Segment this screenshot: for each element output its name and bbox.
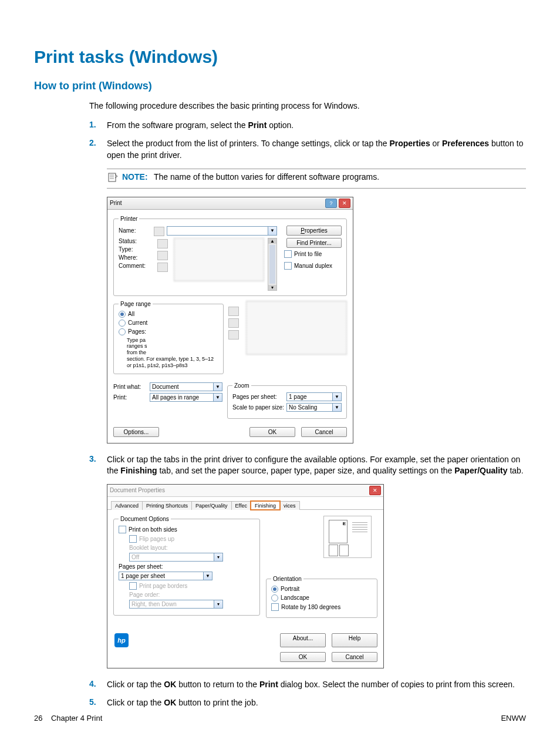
zoom-legend: Zoom bbox=[232, 382, 251, 389]
print-page-borders-label: Print page borders bbox=[139, 583, 187, 589]
hint-text: section. For example, type 1, 3, 5–12 bbox=[127, 356, 218, 362]
current-radio[interactable] bbox=[119, 320, 126, 327]
scroll-down-icon[interactable]: ▾ bbox=[268, 285, 276, 290]
footer-right: ENWW bbox=[501, 714, 526, 723]
ok-button[interactable]: OK bbox=[249, 427, 295, 437]
options-button[interactable]: Options... bbox=[113, 427, 159, 437]
pages-per-sheet-dropdown[interactable]: 1 page ▼ bbox=[286, 392, 342, 401]
page-title: Print tasks (Windows) bbox=[34, 47, 526, 67]
text: Click or tap the bbox=[107, 698, 164, 707]
text-bold: Properties bbox=[389, 139, 430, 148]
tab-advanced[interactable]: Advanced bbox=[111, 501, 143, 510]
properties-button[interactable]: PPropertiesroperties bbox=[286, 226, 342, 236]
scrollbar[interactable]: ▲ ▾ bbox=[268, 238, 277, 291]
note-text: The name of the button varies for differ… bbox=[154, 172, 379, 182]
text: tab. bbox=[508, 466, 524, 475]
landscape-radio[interactable] bbox=[271, 594, 278, 601]
booklet-layout-label: Booklet layout: bbox=[129, 545, 168, 551]
about-button[interactable]: About... bbox=[280, 633, 326, 647]
text-bold: Finishing bbox=[120, 466, 157, 475]
scale-to-paper-dropdown[interactable]: No Scaling ▼ bbox=[286, 403, 342, 412]
print-to-file-label: Print to file bbox=[294, 251, 322, 257]
chevron-down-icon[interactable]: ▼ bbox=[203, 572, 212, 580]
help-button[interactable]: Help bbox=[332, 633, 377, 647]
tab-paper-quality[interactable]: Paper/Quality bbox=[191, 501, 232, 510]
step-number: 3. bbox=[89, 454, 107, 463]
step-5: 5. Click or tap the OK button to print t… bbox=[34, 697, 526, 709]
chevron-down-icon: ▾ bbox=[214, 553, 223, 562]
print-dialog: Print ? ✕ Printer Name: bbox=[107, 197, 353, 443]
landscape-label: Landscape bbox=[281, 594, 309, 601]
printer-name-dropdown[interactable]: ▼ bbox=[167, 226, 277, 236]
text: or bbox=[430, 139, 442, 148]
ok-button[interactable]: OK bbox=[280, 652, 326, 662]
cancel-button[interactable]: Cancel bbox=[301, 427, 347, 437]
pages-per-sheet-label: Pages per sheet: bbox=[119, 563, 163, 570]
chapter-label: Chapter 4 Print bbox=[51, 714, 102, 723]
printer-legend: Printer bbox=[119, 216, 139, 222]
print-page-borders-checkbox bbox=[129, 582, 137, 590]
text: Select the product from the list of prin… bbox=[107, 139, 389, 148]
page-preview bbox=[323, 516, 372, 558]
tab-printing-shortcuts[interactable]: Printing Shortcuts bbox=[142, 501, 192, 510]
comment-label: Comment: bbox=[119, 263, 146, 269]
chevron-down-icon[interactable]: ▼ bbox=[213, 393, 222, 402]
text: button to return to the bbox=[176, 680, 259, 689]
chevron-down-icon[interactable]: ▼ bbox=[332, 392, 342, 401]
tab-effects[interactable]: Effec bbox=[231, 501, 251, 510]
portrait-label: Portrait bbox=[281, 586, 299, 592]
manual-duplex-checkbox[interactable] bbox=[284, 262, 292, 270]
scroll-up-icon[interactable]: ▲ bbox=[268, 238, 276, 244]
find-printer-button[interactable]: Find Printer... bbox=[286, 238, 342, 248]
printer-list-blurred bbox=[174, 238, 264, 281]
printer-icon bbox=[154, 227, 164, 236]
where-label: Where: bbox=[119, 254, 137, 261]
text: dialog box. Select the number of copies … bbox=[278, 680, 515, 689]
print-what-label: Print what: bbox=[113, 384, 150, 390]
print-what-dropdown[interactable]: Document ▼ bbox=[150, 382, 222, 391]
rotate-180-checkbox[interactable] bbox=[271, 603, 279, 611]
all-radio[interactable] bbox=[119, 311, 126, 318]
page-order-label: Page order: bbox=[129, 592, 160, 598]
step-number: 2. bbox=[89, 138, 107, 147]
hint-text: or p1s1, p1s2, p1s3–p8s3 bbox=[127, 362, 218, 369]
chevron-down-icon[interactable]: ▼ bbox=[213, 382, 222, 391]
copies-blurred bbox=[246, 301, 347, 355]
page-range-legend: Page range bbox=[119, 301, 153, 307]
dialog-title: Document Properties bbox=[110, 487, 165, 493]
print-pages-dropdown[interactable]: All pages in range ▼ bbox=[150, 393, 222, 402]
type-label: Type: bbox=[119, 246, 133, 253]
manual-duplex-label: Manual duplex bbox=[294, 263, 332, 269]
help-icon[interactable]: ? bbox=[325, 199, 337, 208]
page-number: 26 bbox=[34, 714, 42, 723]
hint-text: ranges s bbox=[127, 343, 218, 350]
intro-paragraph: The following procedure describes the ba… bbox=[89, 100, 526, 112]
step-3: 3. Click or tap the tabs in the print dr… bbox=[34, 454, 526, 477]
print-both-sides-checkbox[interactable] bbox=[119, 526, 126, 533]
dialog-title: Print bbox=[110, 200, 122, 206]
portrait-radio[interactable] bbox=[271, 586, 278, 593]
chevron-down-icon[interactable]: ▼ bbox=[268, 226, 277, 236]
close-icon[interactable]: ✕ bbox=[369, 486, 381, 495]
name-label: Name: bbox=[119, 227, 154, 234]
tab-finishing[interactable]: Finishing bbox=[251, 501, 280, 510]
note-icon bbox=[107, 172, 120, 186]
tab-services[interactable]: vices bbox=[279, 501, 300, 510]
current-label: Current bbox=[128, 320, 147, 326]
page-order-dropdown: Right, then Down ▾ bbox=[129, 600, 223, 609]
pages-radio[interactable] bbox=[119, 328, 126, 335]
cancel-button[interactable]: Cancel bbox=[332, 652, 377, 662]
note-block: NOTE: The name of the button varies for … bbox=[107, 169, 526, 189]
text-bold: Preferences bbox=[442, 139, 489, 148]
note-label: NOTE: bbox=[122, 172, 148, 182]
close-icon[interactable]: ✕ bbox=[339, 199, 350, 208]
pages-per-sheet-label: Pages per sheet: bbox=[232, 394, 286, 400]
hint-text: Type pa bbox=[127, 337, 218, 344]
page-footer: 26 Chapter 4 Print ENWW bbox=[34, 714, 526, 723]
status-label: Status: bbox=[119, 238, 137, 244]
flip-pages-label: Flip pages up bbox=[139, 536, 174, 542]
text: From the software program, select the bbox=[107, 120, 248, 130]
chevron-down-icon[interactable]: ▼ bbox=[332, 403, 342, 412]
pages-per-sheet-dropdown[interactable]: 1 page per sheet ▼ bbox=[119, 572, 212, 580]
print-to-file-checkbox[interactable] bbox=[284, 250, 292, 258]
